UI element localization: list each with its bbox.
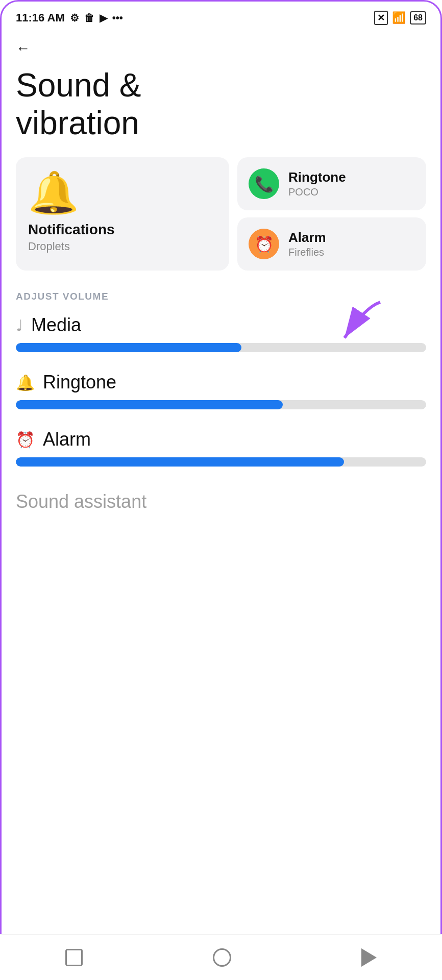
bottom-navigation (0, 934, 442, 980)
ringtone-text: Ringtone POCO (288, 169, 346, 198)
adjust-volume-label: ADJUST VOLUME (2, 286, 440, 309)
alarm-label: Alarm (288, 230, 326, 246)
battery-indicator: 68 (410, 11, 426, 24)
alarm-icon-circle: ⏰ (249, 229, 279, 259)
media-volume-header: ♩ Media (16, 314, 426, 336)
alarm-volume-label: Alarm (43, 429, 91, 450)
more-icon: ••• (112, 12, 123, 24)
right-cards: 📞 Ringtone POCO ⏰ Alarm Fireflies (237, 157, 426, 271)
media-slider-track[interactable] (16, 343, 426, 352)
youtube-icon: ▶ (100, 12, 107, 24)
back-arrow-icon (361, 948, 377, 967)
circle-icon (213, 948, 231, 967)
ringtone-bell-icon: 🔔 (16, 374, 35, 391)
music-note-icon: ♩ (16, 316, 23, 334)
page-title: Sound &vibration (2, 62, 440, 157)
alarm-value: Fireflies (288, 247, 326, 258)
status-bar: 11:16 AM ⚙ 🗑 ▶ ••• ✕ 📶 68 (2, 2, 440, 30)
ringtone-value: POCO (288, 186, 346, 198)
square-icon (65, 949, 83, 966)
back-button[interactable]: ← (2, 30, 440, 62)
nav-square-button[interactable] (65, 949, 83, 966)
alarm-volume-header: ⏰ Alarm (16, 429, 426, 450)
wifi-icon: 📶 (392, 11, 406, 24)
alarm-clock-icon: ⏰ (16, 431, 35, 449)
cards-grid: 🔔 Notifications Droplets 📞 Ringtone POCO… (2, 157, 440, 271)
bell-icon: 🔔 (28, 173, 79, 213)
nav-back-button[interactable] (361, 948, 377, 967)
media-volume-item[interactable]: ♩ Media (2, 309, 440, 366)
ringtone-volume-header: 🔔 Ringtone (16, 372, 426, 393)
alarm-slider-fill (16, 457, 344, 467)
notifications-subtitle: Droplets (28, 240, 70, 253)
ringtone-volume-label: Ringtone (43, 372, 116, 393)
status-right: ✕ 📶 68 (374, 11, 426, 25)
ringtone-slider-track[interactable] (16, 400, 426, 409)
ringtone-label: Ringtone (288, 169, 346, 185)
alarm-card[interactable]: ⏰ Alarm Fireflies (237, 217, 426, 271)
sound-assistant-cutoff: Sound assistant (2, 486, 440, 512)
alarm-volume-item[interactable]: ⏰ Alarm (2, 424, 440, 481)
alarm-slider-track[interactable] (16, 457, 426, 467)
time-display: 11:16 AM (16, 11, 65, 24)
alarm-text: Alarm Fireflies (288, 230, 326, 258)
ringtone-card[interactable]: 📞 Ringtone POCO (237, 157, 426, 210)
settings-icon: ⚙ (70, 12, 79, 24)
phone-icon-circle: 📞 (249, 168, 279, 199)
ringtone-volume-item[interactable]: 🔔 Ringtone (2, 366, 440, 424)
delete-icon: 🗑 (84, 12, 94, 24)
media-slider-fill (16, 343, 241, 352)
ringtone-slider-fill (16, 400, 283, 409)
close-icon: ✕ (374, 11, 388, 25)
notifications-title: Notifications (28, 222, 115, 238)
nav-home-button[interactable] (213, 948, 231, 967)
media-label: Media (31, 314, 81, 336)
notifications-card[interactable]: 🔔 Notifications Droplets (16, 157, 229, 271)
status-left: 11:16 AM ⚙ 🗑 ▶ ••• (16, 11, 123, 24)
